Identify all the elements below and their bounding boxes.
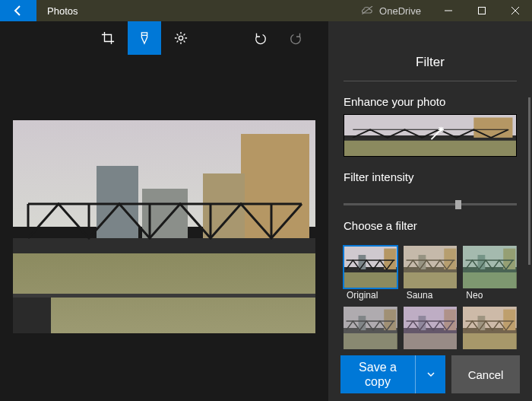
filter-label: Neo [463, 290, 517, 301]
edited-photo [13, 120, 315, 333]
svg-rect-6 [97, 166, 138, 238]
filter-option-Sauna[interactable]: Sauna [404, 246, 458, 301]
svg-rect-21 [344, 269, 397, 272]
choose-filter-label: Choose a filter [344, 219, 517, 232]
svg-rect-33 [463, 246, 517, 288]
enhance-photo-button[interactable] [344, 114, 517, 157]
filter-option-5[interactable] [463, 307, 517, 349]
filter-option-Neo[interactable]: Neo [463, 246, 517, 301]
onedrive-status[interactable]: OneDrive [350, 0, 432, 21]
sun-icon [174, 31, 188, 45]
filter-intensity-slider[interactable] [344, 203, 517, 205]
filter-thumbnail [344, 246, 397, 288]
magic-wand-icon [429, 126, 445, 142]
svg-rect-14 [344, 140, 516, 156]
svg-rect-27 [404, 246, 458, 288]
filter-thumbnail [344, 307, 397, 349]
chevron-down-icon [426, 369, 436, 380]
filter-thumbnail [463, 246, 517, 288]
svg-rect-10 [13, 238, 315, 253]
filter-thumbnail [463, 307, 517, 349]
panel-title: Filter [344, 55, 517, 81]
undo-button[interactable] [243, 21, 277, 55]
svg-rect-5 [13, 250, 315, 333]
undo-icon [253, 31, 267, 45]
filter-label: Sauna [404, 290, 458, 301]
minimize-button[interactable] [432, 0, 465, 21]
photo-canvas[interactable] [0, 21, 328, 401]
filters-tool-button[interactable] [128, 21, 161, 55]
slider-thumb[interactable] [455, 200, 461, 209]
filter-thumbnail [404, 307, 458, 349]
crop-icon [101, 31, 115, 45]
maximize-button[interactable] [465, 0, 499, 21]
svg-rect-11 [13, 295, 51, 333]
edit-toolbar [0, 21, 328, 55]
cloud-off-icon [361, 6, 375, 15]
svg-rect-2 [479, 8, 486, 14]
back-button[interactable] [0, 0, 36, 21]
redo-icon [290, 31, 303, 45]
svg-rect-15 [473, 117, 512, 138]
redo-button[interactable] [280, 21, 313, 55]
save-dropdown-button[interactable] [415, 355, 445, 393]
crop-tool-button[interactable] [91, 21, 125, 55]
title-bar: Photos OneDrive [0, 0, 532, 21]
filter-panel: Filter Enhance your photo Filter inten [328, 21, 532, 401]
filter-option-Original[interactable]: Original [344, 246, 397, 301]
filter-option-3[interactable] [344, 307, 397, 349]
scrollbar[interactable] [528, 97, 530, 265]
enhance-section-label: Enhance your photo [344, 95, 517, 108]
svg-point-3 [179, 36, 182, 40]
svg-rect-39 [344, 307, 397, 349]
filter-option-4[interactable] [404, 307, 458, 349]
close-button[interactable] [499, 0, 532, 21]
onedrive-label: OneDrive [379, 5, 421, 17]
svg-rect-45 [404, 307, 458, 349]
svg-rect-7 [241, 134, 309, 244]
svg-rect-18 [344, 272, 397, 288]
filter-grid: Original Sauna Neo [344, 246, 517, 349]
intensity-section-label: Filter intensity [344, 170, 517, 183]
cancel-button[interactable]: Cancel [451, 355, 520, 393]
save-a-copy-button[interactable]: Save a copy [340, 355, 415, 393]
svg-rect-51 [463, 307, 517, 349]
svg-rect-12 [13, 294, 315, 298]
app-title: Photos [36, 0, 88, 21]
filter-label: Original [344, 290, 397, 301]
action-bar: Save a copy Cancel [340, 355, 520, 393]
brush-icon [138, 31, 151, 45]
adjust-tool-button[interactable] [164, 21, 198, 55]
filter-thumbnail [404, 246, 458, 288]
